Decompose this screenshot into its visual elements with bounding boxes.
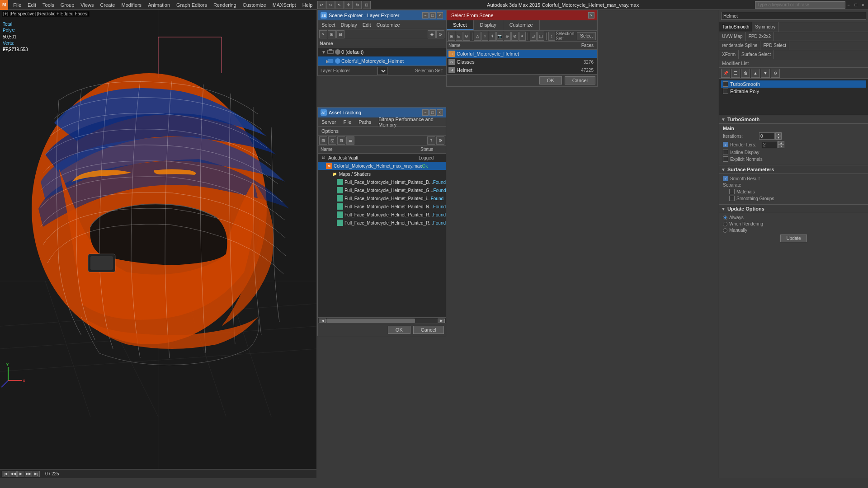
modifier-turbosmooth[interactable]: TurboSmooth bbox=[721, 80, 866, 88]
layer-visibility-eye[interactable] bbox=[335, 49, 340, 55]
se-maximize-btn[interactable]: □ bbox=[429, 12, 436, 19]
sfs-btn-filter[interactable]: ⊿ bbox=[530, 32, 537, 41]
at-scroll-right-btn[interactable]: ▶ bbox=[438, 319, 445, 323]
at-row-img2[interactable]: Full_Face_Motorcycle_Helmet_Painted_G...… bbox=[318, 186, 446, 194]
render-iters-down-btn[interactable]: ▼ bbox=[778, 145, 784, 148]
render-iters-input[interactable] bbox=[762, 141, 778, 148]
toolbar-icon-move[interactable]: ✛ bbox=[344, 1, 353, 9]
render-iters-up-btn[interactable]: ▲ bbox=[778, 141, 784, 145]
at-close-btn[interactable]: × bbox=[437, 109, 443, 116]
close-button[interactable]: × bbox=[860, 2, 866, 8]
at-row-maps[interactable]: 📁 Maps / Shaders bbox=[318, 170, 446, 178]
se-menu-select[interactable]: Select bbox=[320, 21, 337, 28]
mp-tab-fpdselect[interactable]: FPD Select bbox=[760, 41, 789, 51]
se-close-btn[interactable]: × bbox=[437, 12, 443, 19]
materials-checkbox[interactable] bbox=[729, 189, 735, 194]
sfs-row-helmet[interactable]: C Colorful_Motorcycle_Helmet bbox=[447, 50, 597, 58]
mp-tab-renderable[interactable]: renderable Spline bbox=[719, 41, 760, 51]
menu-maxscript[interactable]: MAXScript bbox=[269, 0, 299, 10]
se-menu-edit[interactable]: Edit bbox=[361, 21, 373, 28]
mp-tab-surfaceselect[interactable]: Surface Select bbox=[739, 50, 774, 60]
at-tb-btn3[interactable]: ⊟ bbox=[337, 136, 345, 145]
sfs-btn-layer[interactable]: ◫ bbox=[537, 32, 544, 41]
se-tb-btn4[interactable]: ◈ bbox=[428, 30, 436, 38]
menu-tools[interactable]: Tools bbox=[39, 0, 57, 10]
mp-tab-uvwmap[interactable]: UVW Map bbox=[719, 32, 746, 42]
surface-parameters-header[interactable]: ▼ Surface Parameters bbox=[719, 165, 868, 174]
sfs-btn-helpers[interactable]: ⊕ bbox=[504, 32, 511, 41]
sfs-tab-display[interactable]: Display bbox=[474, 20, 503, 30]
mp-tab-fpd[interactable]: FPD 2x2x2 bbox=[746, 32, 774, 42]
iterations-down-btn[interactable]: ▼ bbox=[775, 136, 782, 140]
anim-start-btn[interactable]: |◀ bbox=[2, 471, 9, 477]
anim-next-btn[interactable]: ▶▶ bbox=[25, 471, 32, 477]
select-from-scene-titlebar[interactable]: Select From Scene × bbox=[447, 10, 597, 20]
at-row-vault[interactable]: 🏛 Autodesk Vault Logged bbox=[318, 154, 446, 162]
at-row-img6[interactable]: Full_Face_Motorcycle_Helmet_Painted_R...… bbox=[318, 219, 446, 227]
at-ok-btn[interactable]: OK bbox=[388, 326, 410, 334]
at-tb-btn6[interactable]: ⚙ bbox=[436, 136, 444, 145]
mp-tb-list[interactable]: ☰ bbox=[731, 69, 740, 78]
mp-tb-config[interactable]: ⚙ bbox=[771, 69, 780, 78]
anim-play-btn[interactable]: ▶ bbox=[17, 471, 24, 477]
mp-tb-delete[interactable]: 🗑 bbox=[741, 69, 750, 78]
layer-visibility-helmet[interactable] bbox=[335, 58, 340, 64]
search-input[interactable] bbox=[755, 1, 845, 9]
at-scrollbar-thumb[interactable] bbox=[326, 319, 415, 323]
se-minimize-btn[interactable]: − bbox=[422, 12, 429, 19]
turbosmooth-main-header[interactable]: ▼ TurboSmooth bbox=[719, 115, 868, 124]
at-minimize-btn[interactable]: − bbox=[422, 109, 429, 116]
at-tb-btn4[interactable]: ☰ bbox=[346, 136, 354, 145]
mp-tb-pin[interactable]: 📌 bbox=[721, 69, 730, 78]
menu-views[interactable]: Views bbox=[77, 0, 97, 10]
at-scroll-left-btn[interactable]: ◀ bbox=[319, 319, 326, 323]
sfs-tab-customize[interactable]: Customize bbox=[503, 20, 540, 30]
anim-prev-btn[interactable]: ◀◀ bbox=[9, 471, 17, 477]
menu-animation[interactable]: Animation bbox=[145, 0, 173, 10]
when-rendering-radio[interactable] bbox=[723, 222, 727, 226]
at-scrollbar-track[interactable] bbox=[326, 319, 437, 323]
update-btn[interactable]: Update bbox=[780, 235, 807, 242]
sfs-btn-none[interactable]: ⊟ bbox=[456, 32, 463, 41]
iterations-input[interactable] bbox=[759, 132, 775, 140]
sfs-btn-bones[interactable]: ✦ bbox=[519, 32, 526, 41]
se-tb-btn5[interactable]: ⊙ bbox=[436, 30, 444, 38]
layer-row-default[interactable]: ▼ 0 (default) bbox=[318, 47, 446, 56]
modifier-search-input[interactable] bbox=[721, 12, 866, 20]
sfs-btn-lights[interactable]: ☀ bbox=[489, 32, 496, 41]
sfs-btn-sort[interactable]: ↕ bbox=[548, 32, 556, 41]
explicit-normals-checkbox[interactable] bbox=[723, 156, 728, 162]
at-row-img1[interactable]: Full_Face_Motorcycle_Helmet_Painted_D...… bbox=[318, 178, 446, 186]
at-maximize-btn[interactable]: □ bbox=[429, 109, 436, 116]
smooth-result-checkbox[interactable] bbox=[723, 176, 728, 181]
sfs-select-btn[interactable]: Select bbox=[577, 32, 596, 40]
se-tb-btn3[interactable]: ⊟ bbox=[336, 30, 344, 38]
sfs-cancel-btn[interactable]: Cancel bbox=[565, 76, 595, 84]
mp-tb-down[interactable]: ▼ bbox=[761, 69, 770, 78]
menu-edit[interactable]: Edit bbox=[24, 0, 39, 10]
iterations-up-btn[interactable]: ▲ bbox=[775, 132, 782, 136]
sfs-btn-cameras[interactable]: 📷 bbox=[496, 32, 504, 41]
menu-customize[interactable]: Customize bbox=[240, 0, 269, 10]
modifier-editable-poly[interactable]: Editable Poly bbox=[721, 88, 866, 95]
sfs-btn-shapes[interactable]: ○ bbox=[481, 32, 489, 41]
at-row-img3[interactable]: Full_Face_Motorcycle_Helmet_Painted_i...… bbox=[318, 194, 446, 202]
se-menu-customize[interactable]: Customize bbox=[375, 21, 402, 28]
sfs-tab-select[interactable]: Select bbox=[447, 20, 474, 30]
viewport[interactable]: X Y Z [+] [Perspective] [Realistic + Edg… bbox=[0, 10, 316, 478]
maximize-button[interactable]: □ bbox=[853, 2, 859, 8]
at-menu-bitmap[interactable]: Bitmap Performance and Memory bbox=[375, 116, 446, 128]
minimize-button[interactable]: − bbox=[845, 2, 852, 8]
at-row-max-file[interactable]: M Colorful_Motorcycle_Helmet_max_vray.ma… bbox=[318, 162, 446, 170]
editable-poly-checkbox[interactable] bbox=[723, 89, 728, 94]
at-row-img5[interactable]: Full_Face_Motorcycle_Helmet_Painted_R...… bbox=[318, 211, 446, 219]
smoothing-groups-checkbox[interactable] bbox=[729, 196, 735, 201]
menu-modifiers[interactable]: Modifiers bbox=[118, 0, 145, 10]
render-iters-checkbox[interactable] bbox=[723, 142, 728, 147]
toolbar-icon-redo[interactable]: ↪ bbox=[326, 1, 335, 9]
always-radio[interactable] bbox=[723, 216, 727, 220]
at-cancel-btn[interactable]: Cancel bbox=[413, 326, 444, 334]
at-menu-server[interactable]: Server bbox=[318, 118, 340, 126]
manually-radio[interactable] bbox=[723, 228, 727, 233]
mp-tb-up[interactable]: ▲ bbox=[751, 69, 760, 78]
